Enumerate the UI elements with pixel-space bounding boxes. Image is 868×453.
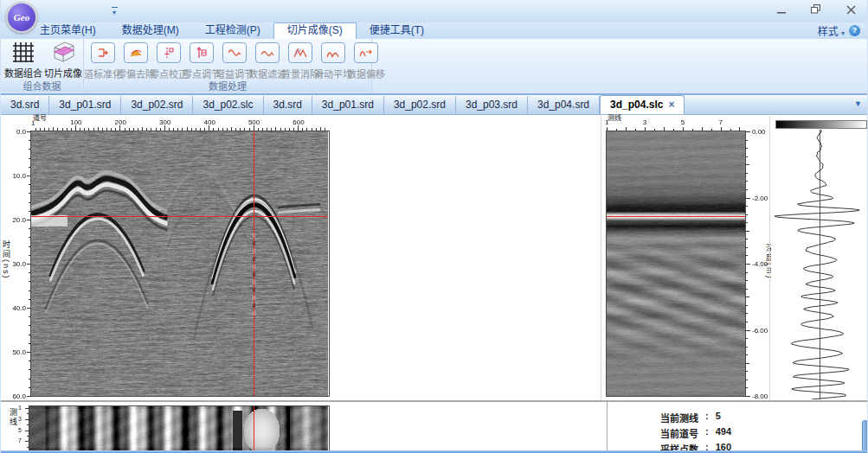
menu-tabs: 主页菜单(H)数据处理(M)工程检测(P)切片成像(S)便捷工具(T) [27, 22, 437, 39]
data-filter-button[interactable]: 数据滤波 [252, 41, 283, 80]
ruler-tick [702, 127, 703, 131]
data-filter-icon [255, 42, 280, 63]
zero-point-correction-button[interactable]: 零点校正 [153, 41, 184, 80]
data-shift-button[interactable]: 数据偏移 [350, 41, 382, 80]
ruler-tick [302, 128, 303, 131]
ruler-tick [160, 128, 161, 131]
ruler-tick [29, 343, 31, 344]
menu-tab-4[interactable]: 便捷工具(T) [357, 22, 437, 39]
doc-tab[interactable]: 3d_p02.srd [121, 96, 193, 114]
ruler-tick [29, 335, 31, 335]
zero-point-adjust-button[interactable]: 零点调节 [186, 41, 217, 80]
ruler-tick [151, 128, 151, 131]
minimize-button[interactable] [770, 2, 793, 17]
menu-tab-2[interactable]: 工程检测(P) [192, 22, 273, 39]
ruler-tick [27, 436, 29, 437]
info-value: 5 [716, 411, 721, 424]
ruler-tick [29, 387, 31, 388]
main-bscan-image[interactable] [31, 131, 328, 396]
ruler-tick [173, 128, 174, 131]
tick-label: 3 [643, 118, 646, 126]
button-label: 切片成像 [44, 66, 82, 80]
menu-tab-0[interactable]: 主页菜单(H) [27, 22, 109, 39]
slice-imaging-button[interactable]: 切片成像 [44, 41, 82, 80]
ruler-tick [607, 127, 608, 131]
info-panel-divider [607, 402, 608, 450]
app-menu-button[interactable]: Geo [6, 2, 37, 33]
crosshair-vertical-line[interactable] [254, 131, 254, 396]
plan-slice-image[interactable] [29, 406, 328, 450]
doc-tab[interactable]: 3d_p02.srd [384, 96, 456, 114]
ruler-tick [746, 206, 748, 207]
close-icon[interactable]: × [668, 96, 674, 114]
ruler-tick [746, 272, 748, 273]
ruler-tick [29, 299, 31, 300]
doc-tab[interactable]: 3d_p01.srd [312, 96, 384, 114]
ruler-tick [746, 330, 750, 331]
doc-tab[interactable]: 3d_p04.srd [528, 96, 600, 114]
doc-tab[interactable]: 3d_p03.srd [456, 96, 528, 114]
ruler-tick [125, 128, 125, 131]
tick-label: 20.0 [5, 216, 26, 224]
ruler-tick [746, 280, 748, 281]
ruler-tick [244, 128, 245, 131]
background-removal-button[interactable]: 背景消除 [285, 41, 316, 80]
ruler-tick [240, 128, 241, 131]
menu-bar: 主页菜单(H)数据处理(M)工程检测(P)切片成像(S)便捷工具(T) 样式 ▾… [1, 22, 867, 39]
ruler-tick [27, 424, 29, 425]
ruler-tick [29, 272, 31, 273]
ruler-tick [146, 128, 147, 131]
ruler-tick [692, 129, 693, 131]
gain-adjust-icon [222, 42, 247, 63]
ruler-tick [200, 128, 201, 131]
ruler-tick [57, 128, 58, 131]
ruler-tick [29, 193, 31, 194]
doc-tab[interactable]: 3d.srd [1, 96, 49, 114]
info-label: 当前道号 [660, 426, 698, 440]
tick-label: 400 [201, 118, 218, 126]
tick-label: 10.0 [5, 172, 26, 180]
vertical-scrollbar-thumb[interactable] [862, 420, 868, 453]
ruler-tick [739, 127, 740, 131]
data-combine-button[interactable]: 数据组合 [4, 41, 42, 80]
doc-tab[interactable]: 3d_p02.slc [193, 96, 263, 114]
tick-label: -8.00 [752, 392, 768, 400]
ruler-tick [213, 128, 214, 131]
ruler-tick [645, 127, 646, 131]
ruler-tick [27, 264, 31, 265]
doc-tab[interactable]: 3d.srd [264, 96, 312, 114]
moving-average-button[interactable]: 滑动平均 [318, 41, 349, 80]
close-button[interactable] [839, 2, 862, 17]
ruler-tick [218, 128, 219, 131]
doc-tab[interactable]: 3d_p01.srd [49, 96, 121, 114]
ruler-tick [746, 380, 748, 380]
ruler-tick [106, 128, 107, 131]
gain-adjust-button[interactable]: 增益调节 [219, 41, 250, 80]
zero-offset-removal-button[interactable]: 零偏去除 [120, 41, 151, 80]
ruler-tick [80, 128, 80, 131]
ruler-tick [40, 128, 41, 131]
ruler-tick [27, 396, 31, 397]
help-icon[interactable]: ? [849, 25, 860, 36]
ruler-tick [746, 338, 748, 339]
ruler-tick [721, 127, 722, 131]
style-dropdown[interactable]: 样式 ▾ [818, 23, 845, 38]
ruler-tick [746, 305, 748, 306]
ruler-tick [48, 128, 49, 131]
quick-access-toolbar-button[interactable]: ▾ [108, 5, 120, 17]
doc-tab[interactable]: 3d_p04.slc× [600, 95, 685, 114]
trace-normalization-button[interactable]: 道标准化 [87, 41, 119, 80]
horizontal-splitter[interactable] [1, 400, 868, 402]
depth-marker-line [607, 216, 745, 217]
crosshair-horizontal-line[interactable] [31, 216, 328, 217]
window-controls [770, 2, 862, 17]
menu-tab-1[interactable]: 数据处理(M) [109, 22, 192, 39]
tab-overflow-button[interactable]: ▼ [854, 99, 862, 108]
restore-button[interactable] [805, 2, 827, 17]
menu-tab-3[interactable]: 切片成像(S) [273, 22, 357, 39]
ruler-tick [29, 149, 31, 150]
line-bscan-image[interactable] [607, 131, 745, 396]
ruler-tick [84, 128, 85, 131]
ruler-tick [142, 127, 143, 131]
panel-divider [601, 116, 601, 400]
